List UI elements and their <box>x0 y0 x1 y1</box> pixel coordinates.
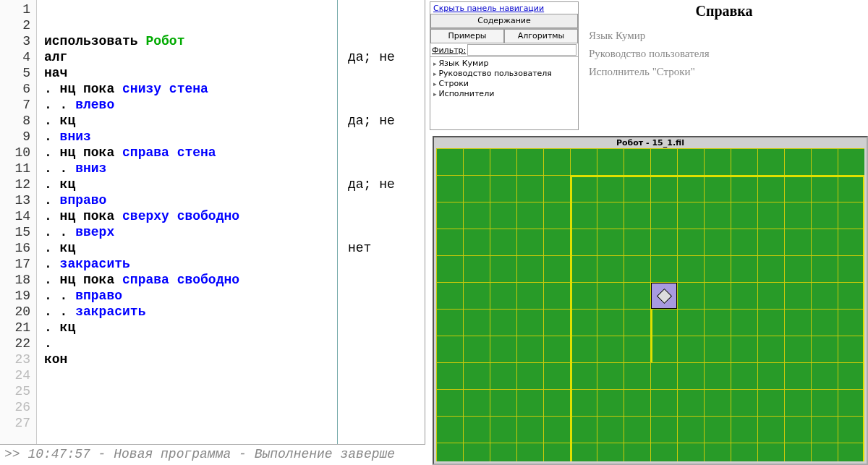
code-editor-panel: 1234567891011121314151617181920212223242… <box>0 0 425 444</box>
help-title: Справка <box>589 3 859 20</box>
filter-label: Фильтр: <box>432 46 466 55</box>
help-panel: Скрыть панель навигации Содержание Приме… <box>428 0 868 135</box>
robot-title: Робот - 15_1.fil <box>434 137 867 148</box>
tab-algorithms[interactable]: Алгоритмы <box>504 29 578 43</box>
nav-tree[interactable]: Язык КумирРуководство пользователяСтроки… <box>430 57 578 129</box>
robot-field[interactable] <box>436 148 864 461</box>
help-content: Справка Язык КумирРуководство пользовате… <box>580 0 868 135</box>
result-column: да; неда; неда; ненет <box>345 0 425 444</box>
tree-item[interactable]: Исполнители <box>433 89 575 99</box>
help-link[interactable]: Язык Кумир <box>589 30 859 42</box>
tree-item[interactable]: Язык Кумир <box>433 59 575 69</box>
tab-examples[interactable]: Примеры <box>430 29 504 43</box>
help-link[interactable]: Исполнитель "Строки" <box>589 66 859 78</box>
code-area[interactable]: использовать Роботалгнач. нц пока снизу … <box>36 0 425 444</box>
line-gutter: 1234567891011121314151617181920212223242… <box>0 0 36 444</box>
help-link[interactable]: Руководство пользователя <box>589 48 859 60</box>
tree-item[interactable]: Строки <box>433 79 575 89</box>
tab-content[interactable]: Содержание <box>430 14 578 28</box>
robot-sprite <box>651 283 677 309</box>
status-bar: >> 10:47:57 - Новая программа - Выполнен… <box>0 444 425 465</box>
nav-box: Скрыть панель навигации Содержание Приме… <box>430 1 579 130</box>
margin-indicator <box>337 0 338 444</box>
tree-item[interactable]: Руководство пользователя <box>433 69 575 79</box>
hide-nav-link[interactable]: Скрыть панель навигации <box>430 2 578 14</box>
robot-panel: Робот - 15_1.fil <box>433 136 868 465</box>
filter-input[interactable] <box>467 44 576 56</box>
